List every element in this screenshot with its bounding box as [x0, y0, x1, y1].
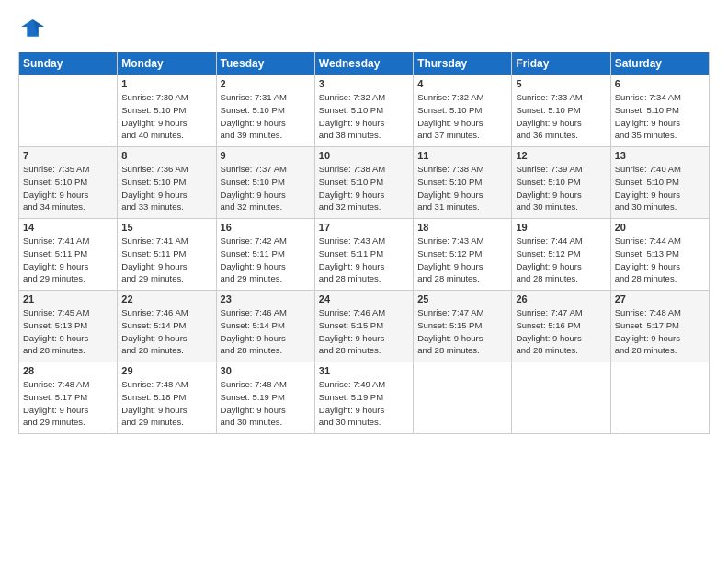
- day-cell: 18Sunrise: 7:43 AM Sunset: 5:12 PM Dayli…: [414, 219, 512, 291]
- col-header-wednesday: Wednesday: [314, 52, 413, 75]
- logo-icon: [18, 17, 44, 42]
- day-cell: [19, 75, 118, 147]
- day-info: Sunrise: 7:48 AM Sunset: 5:19 PM Dayligh…: [221, 378, 311, 429]
- day-cell: 29Sunrise: 7:48 AM Sunset: 5:18 PM Dayli…: [118, 362, 216, 434]
- day-number: 27: [615, 293, 705, 304]
- col-header-friday: Friday: [512, 52, 610, 75]
- day-info: Sunrise: 7:46 AM Sunset: 5:15 PM Dayligh…: [319, 306, 409, 357]
- day-number: 7: [23, 150, 113, 161]
- day-cell: 11Sunrise: 7:38 AM Sunset: 5:10 PM Dayli…: [414, 147, 512, 219]
- svg-marker-0: [21, 19, 44, 37]
- day-cell: 9Sunrise: 7:37 AM Sunset: 5:10 PM Daylig…: [216, 147, 314, 219]
- day-info: Sunrise: 7:38 AM Sunset: 5:10 PM Dayligh…: [417, 163, 507, 213]
- day-number: 20: [615, 222, 705, 233]
- day-number: 24: [319, 293, 409, 304]
- day-info: Sunrise: 7:41 AM Sunset: 5:11 PM Dayligh…: [121, 235, 211, 285]
- day-cell: 14Sunrise: 7:41 AM Sunset: 5:11 PM Dayli…: [19, 219, 118, 291]
- day-cell: 15Sunrise: 7:41 AM Sunset: 5:11 PM Dayli…: [118, 219, 216, 291]
- day-info: Sunrise: 7:44 AM Sunset: 5:13 PM Dayligh…: [615, 235, 705, 285]
- logo: [18, 17, 48, 42]
- day-info: Sunrise: 7:47 AM Sunset: 5:15 PM Dayligh…: [417, 306, 507, 357]
- day-number: 13: [615, 150, 705, 161]
- col-header-monday: Monday: [118, 52, 216, 75]
- day-number: 11: [417, 150, 507, 161]
- day-number: 28: [23, 365, 113, 376]
- day-number: 31: [319, 365, 409, 376]
- day-number: 9: [221, 150, 311, 161]
- day-cell: 5Sunrise: 7:33 AM Sunset: 5:10 PM Daylig…: [512, 75, 610, 147]
- day-info: Sunrise: 7:31 AM Sunset: 5:10 PM Dayligh…: [221, 91, 311, 142]
- col-header-thursday: Thursday: [414, 52, 512, 75]
- day-cell: 7Sunrise: 7:35 AM Sunset: 5:10 PM Daylig…: [19, 147, 118, 219]
- day-info: Sunrise: 7:49 AM Sunset: 5:19 PM Dayligh…: [319, 378, 409, 429]
- day-cell: 27Sunrise: 7:48 AM Sunset: 5:17 PM Dayli…: [610, 291, 709, 362]
- day-number: 1: [121, 78, 211, 89]
- day-number: 12: [516, 150, 606, 161]
- day-info: Sunrise: 7:45 AM Sunset: 5:13 PM Dayligh…: [23, 306, 113, 357]
- col-header-tuesday: Tuesday: [216, 52, 314, 75]
- day-number: 10: [319, 150, 409, 161]
- day-cell: 21Sunrise: 7:45 AM Sunset: 5:13 PM Dayli…: [19, 291, 118, 362]
- day-number: 15: [121, 222, 211, 233]
- header-row: SundayMondayTuesdayWednesdayThursdayFrid…: [19, 52, 710, 75]
- day-info: Sunrise: 7:44 AM Sunset: 5:12 PM Dayligh…: [516, 235, 606, 285]
- day-number: 29: [121, 365, 211, 376]
- day-number: 3: [319, 78, 409, 89]
- day-number: 18: [417, 222, 507, 233]
- page: SundayMondayTuesdayWednesdayThursdayFrid…: [0, 0, 728, 563]
- week-row-2: 7Sunrise: 7:35 AM Sunset: 5:10 PM Daylig…: [19, 147, 710, 219]
- day-number: 14: [23, 222, 113, 233]
- day-number: 30: [221, 365, 311, 376]
- day-cell: 4Sunrise: 7:32 AM Sunset: 5:10 PM Daylig…: [414, 75, 512, 147]
- day-info: Sunrise: 7:32 AM Sunset: 5:10 PM Dayligh…: [319, 91, 409, 142]
- day-cell: [610, 362, 709, 434]
- day-cell: 10Sunrise: 7:38 AM Sunset: 5:10 PM Dayli…: [314, 147, 413, 219]
- day-number: 25: [417, 293, 507, 304]
- day-info: Sunrise: 7:30 AM Sunset: 5:10 PM Dayligh…: [121, 91, 211, 142]
- day-info: Sunrise: 7:40 AM Sunset: 5:10 PM Dayligh…: [615, 163, 705, 213]
- day-cell: 20Sunrise: 7:44 AM Sunset: 5:13 PM Dayli…: [610, 219, 709, 291]
- day-info: Sunrise: 7:43 AM Sunset: 5:11 PM Dayligh…: [319, 235, 409, 285]
- day-cell: 26Sunrise: 7:47 AM Sunset: 5:16 PM Dayli…: [512, 291, 610, 362]
- day-number: 23: [221, 293, 311, 304]
- day-cell: [414, 362, 512, 434]
- week-row-4: 21Sunrise: 7:45 AM Sunset: 5:13 PM Dayli…: [19, 291, 710, 362]
- day-number: 16: [221, 222, 311, 233]
- day-cell: 23Sunrise: 7:46 AM Sunset: 5:14 PM Dayli…: [216, 291, 314, 362]
- week-row-5: 28Sunrise: 7:48 AM Sunset: 5:17 PM Dayli…: [19, 362, 710, 434]
- day-number: 22: [121, 293, 211, 304]
- day-number: 4: [417, 78, 507, 89]
- header: [18, 17, 710, 42]
- day-info: Sunrise: 7:47 AM Sunset: 5:16 PM Dayligh…: [516, 306, 606, 357]
- day-info: Sunrise: 7:48 AM Sunset: 5:17 PM Dayligh…: [23, 378, 113, 429]
- day-number: 19: [516, 222, 606, 233]
- day-cell: 30Sunrise: 7:48 AM Sunset: 5:19 PM Dayli…: [216, 362, 314, 434]
- day-cell: 17Sunrise: 7:43 AM Sunset: 5:11 PM Dayli…: [314, 219, 413, 291]
- day-info: Sunrise: 7:36 AM Sunset: 5:10 PM Dayligh…: [121, 163, 211, 213]
- day-info: Sunrise: 7:43 AM Sunset: 5:12 PM Dayligh…: [417, 235, 507, 285]
- week-row-1: 1Sunrise: 7:30 AM Sunset: 5:10 PM Daylig…: [19, 75, 710, 147]
- day-cell: [512, 362, 610, 434]
- day-info: Sunrise: 7:33 AM Sunset: 5:10 PM Dayligh…: [516, 91, 606, 142]
- day-info: Sunrise: 7:41 AM Sunset: 5:11 PM Dayligh…: [23, 235, 113, 285]
- day-info: Sunrise: 7:38 AM Sunset: 5:10 PM Dayligh…: [319, 163, 409, 213]
- day-info: Sunrise: 7:48 AM Sunset: 5:17 PM Dayligh…: [615, 306, 705, 357]
- day-info: Sunrise: 7:37 AM Sunset: 5:10 PM Dayligh…: [221, 163, 311, 213]
- day-info: Sunrise: 7:34 AM Sunset: 5:10 PM Dayligh…: [615, 91, 705, 142]
- day-number: 8: [121, 150, 211, 161]
- day-cell: 2Sunrise: 7:31 AM Sunset: 5:10 PM Daylig…: [216, 75, 314, 147]
- day-info: Sunrise: 7:35 AM Sunset: 5:10 PM Dayligh…: [23, 163, 113, 213]
- calendar-table: SundayMondayTuesdayWednesdayThursdayFrid…: [18, 52, 710, 434]
- day-cell: 16Sunrise: 7:42 AM Sunset: 5:11 PM Dayli…: [216, 219, 314, 291]
- day-info: Sunrise: 7:46 AM Sunset: 5:14 PM Dayligh…: [121, 306, 211, 357]
- day-cell: 24Sunrise: 7:46 AM Sunset: 5:15 PM Dayli…: [314, 291, 413, 362]
- day-cell: 6Sunrise: 7:34 AM Sunset: 5:10 PM Daylig…: [610, 75, 709, 147]
- col-header-sunday: Sunday: [19, 52, 118, 75]
- day-cell: 22Sunrise: 7:46 AM Sunset: 5:14 PM Dayli…: [118, 291, 216, 362]
- day-number: 17: [319, 222, 409, 233]
- day-number: 21: [23, 293, 113, 304]
- day-info: Sunrise: 7:48 AM Sunset: 5:18 PM Dayligh…: [121, 378, 211, 429]
- day-cell: 8Sunrise: 7:36 AM Sunset: 5:10 PM Daylig…: [118, 147, 216, 219]
- day-number: 2: [221, 78, 311, 89]
- week-row-3: 14Sunrise: 7:41 AM Sunset: 5:11 PM Dayli…: [19, 219, 710, 291]
